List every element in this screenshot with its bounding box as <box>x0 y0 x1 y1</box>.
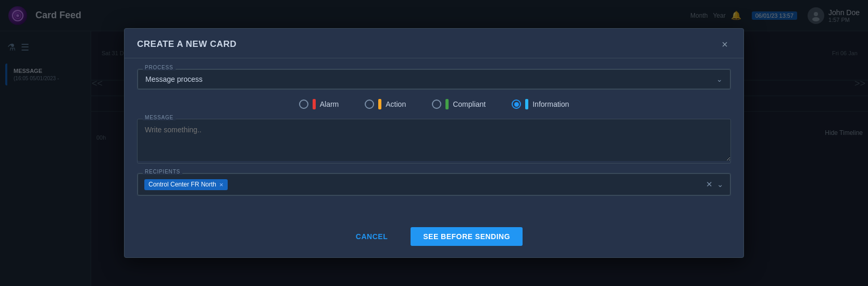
modal-header: CREATE A NEW CARD × <box>125 29 743 58</box>
modal: CREATE A NEW CARD × PROCESS Message proc… <box>124 28 744 258</box>
process-field-group: PROCESS Message process ⌄ <box>137 69 731 90</box>
message-label: MESSAGE <box>143 115 176 120</box>
modal-overlay: CREATE A NEW CARD × PROCESS Message proc… <box>0 0 868 286</box>
process-wrapper: PROCESS Message process ⌄ <box>137 69 731 90</box>
modal-title: CREATE A NEW CARD <box>137 39 237 49</box>
information-color-bar <box>525 99 528 109</box>
close-button[interactable]: × <box>718 38 731 51</box>
process-select[interactable]: Message process ⌄ <box>138 69 730 89</box>
modal-footer: CANCEL SEE BEFORE SENDING <box>125 218 743 257</box>
radio-compliant[interactable]: Compliant <box>432 99 486 109</box>
radio-alarm[interactable]: Alarm <box>299 99 339 109</box>
compliant-label: Compliant <box>453 100 486 108</box>
recipients-label: RECIPIENTS <box>143 169 182 175</box>
remove-recipient-button[interactable]: × <box>219 181 224 189</box>
chevron-down-icon: ⌄ <box>716 75 723 83</box>
recipients-field-group: RECIPIENTS Control Center FR North × ✕ ⌄ <box>137 173 731 196</box>
message-field-group: MESSAGE <box>137 119 731 164</box>
clear-recipients-icon[interactable]: ✕ <box>706 180 713 189</box>
alarm-color-bar <box>313 99 316 109</box>
recipients-wrapper: RECIPIENTS Control Center FR North × ✕ ⌄ <box>137 173 731 196</box>
radio-information[interactable]: Information <box>512 99 569 109</box>
message-wrapper: MESSAGE <box>137 119 731 164</box>
alarm-label: Alarm <box>320 100 339 108</box>
radio-circle-action <box>365 100 374 109</box>
modal-body: PROCESS Message process ⌄ Alarm <box>125 58 743 218</box>
recipient-name: Control Center FR North <box>148 181 216 188</box>
radio-action[interactable]: Action <box>365 99 406 109</box>
expand-recipients-icon[interactable]: ⌄ <box>717 180 724 189</box>
recipient-tag: Control Center FR North × <box>144 179 228 190</box>
see-before-sending-button[interactable]: SEE BEFORE SENDING <box>411 227 523 246</box>
process-label: PROCESS <box>143 65 176 70</box>
action-color-bar <box>378 99 381 109</box>
message-textarea[interactable] <box>138 119 730 161</box>
recipients-tags: Control Center FR North × <box>144 179 706 190</box>
information-label: Information <box>532 100 569 108</box>
radio-group: Alarm Action Compliant Information <box>137 99 731 109</box>
radio-circle-information <box>512 100 521 109</box>
radio-circle-compliant <box>432 100 441 109</box>
action-label: Action <box>386 100 406 108</box>
process-value: Message process <box>145 75 203 83</box>
recipients-controls: ✕ ⌄ <box>706 180 724 189</box>
compliant-color-bar <box>445 99 449 109</box>
radio-circle-alarm <box>299 100 308 109</box>
cancel-button[interactable]: CANCEL <box>345 227 398 246</box>
recipients-box: Control Center FR North × ✕ ⌄ <box>138 173 730 195</box>
